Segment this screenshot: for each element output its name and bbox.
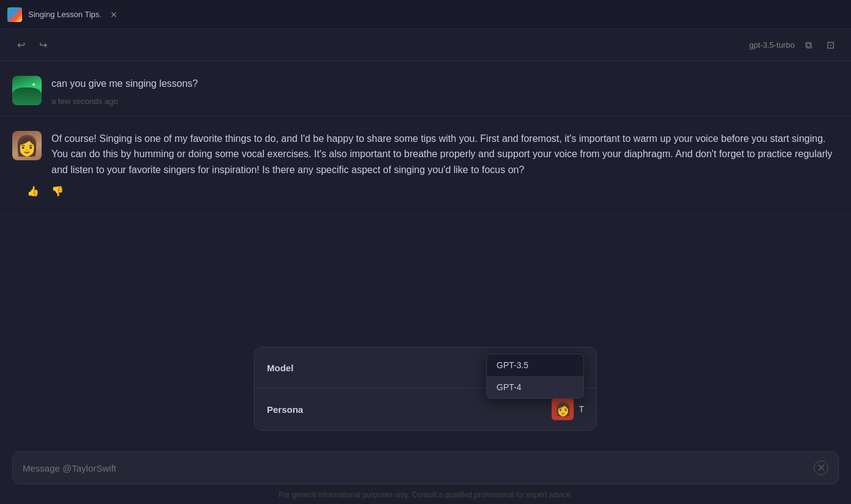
- title-bar-close[interactable]: ✕: [108, 9, 120, 21]
- model-value-container: GPT-4 ▾ GPT-3.5 GPT-4: [498, 357, 584, 378]
- persona-name: T: [579, 404, 584, 414]
- user-avatar: [12, 76, 42, 105]
- ai-avatar: [12, 131, 42, 160]
- settings-panel: Model GPT-4 ▾ GPT-3.5 GPT-4 Persona 👩 T: [254, 347, 597, 431]
- current-model-label: gpt-3.5-turbo: [749, 40, 795, 50]
- redo-icon[interactable]: ↪: [34, 37, 51, 54]
- dropdown-gpt4-option[interactable]: GPT-4: [487, 376, 583, 398]
- clear-input-icon[interactable]: ✕: [814, 461, 828, 475]
- dropdown-gpt35-option[interactable]: GPT-3.5: [487, 354, 583, 376]
- user-message-row: can you give me singing lessons? a few s…: [12, 76, 839, 106]
- input-box: ✕: [12, 451, 839, 484]
- ai-message-block: Of course! Singing is one of my favorite…: [0, 116, 851, 215]
- ai-message-row: Of course! Singing is one of my favorite…: [12, 131, 839, 178]
- ai-message-content: Of course! Singing is one of my favorite…: [51, 131, 839, 178]
- persona-label: Persona: [267, 404, 328, 415]
- ai-action-row: 👍 👎: [12, 177, 839, 204]
- thumbs-up-button[interactable]: 👍: [24, 182, 42, 199]
- user-message-content: can you give me singing lessons? a few s…: [51, 76, 839, 106]
- app-logo: [7, 7, 22, 22]
- copy-ai-message-icon[interactable]: ⧉: [822, 187, 839, 204]
- user-message-text: can you give me singing lessons?: [51, 76, 839, 92]
- title-bar-text: Singing Lesson Tips.: [28, 10, 102, 19]
- model-dropdown-menu: GPT-3.5 GPT-4: [486, 354, 584, 399]
- model-label: Model: [267, 363, 328, 373]
- top-bar-left: ↩ ↪: [12, 37, 51, 54]
- footer-disclaimer: For general informational purposes only.…: [0, 488, 851, 502]
- edit-message-icon[interactable]: ✏: [800, 89, 817, 106]
- title-bar: Singing Lesson Tips. ✕: [0, 0, 851, 29]
- expand-icon[interactable]: ⊡: [822, 37, 839, 54]
- persona-avatar: 👩: [552, 398, 574, 420]
- undo-icon[interactable]: ↩: [12, 37, 29, 54]
- delete-message-icon[interactable]: 🗑: [822, 89, 839, 106]
- input-area: ✕: [0, 451, 851, 484]
- message-input[interactable]: [23, 463, 806, 473]
- top-bar: ↩ ↪ gpt-3.5-turbo ⧉ ⊡: [0, 29, 851, 61]
- model-settings-row: Model GPT-4 ▾ GPT-3.5 GPT-4: [255, 347, 596, 388]
- user-message-block: can you give me singing lessons? a few s…: [0, 61, 851, 116]
- thumbs-down-button[interactable]: 👎: [49, 182, 66, 199]
- ai-message-text: Of course! Singing is one of my favorite…: [51, 131, 839, 178]
- user-message-time: a few seconds ago: [51, 97, 839, 106]
- persona-value-container: 👩 T: [552, 398, 584, 420]
- copy-icon[interactable]: ⧉: [800, 37, 817, 54]
